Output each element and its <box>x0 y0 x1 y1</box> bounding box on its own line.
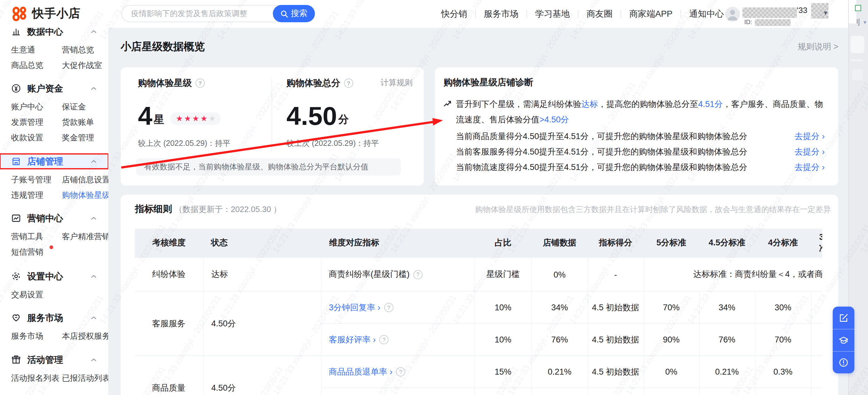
sidebar-item-authorized-services[interactable]: 本店授权服务 <box>62 331 108 342</box>
chevron-up-icon[interactable] <box>90 158 97 165</box>
sidebar-item-shopping-star-rating[interactable]: 购物体验星级 <box>62 190 108 201</box>
indicator-link[interactable]: 3分钟回复率 › <box>329 302 380 313</box>
sidebar-item-shop-management[interactable]: 店铺管理 <box>0 154 108 169</box>
improve-score-link[interactable]: 去提分 › <box>795 146 825 157</box>
sidebar-item-account-center[interactable]: 账户中心 <box>11 101 62 112</box>
app-logo[interactable]: 快手小店 <box>11 6 81 22</box>
help-icon[interactable] <box>195 78 205 88</box>
edit-icon <box>838 312 849 323</box>
diagnosis-row-product-quality: 当前商品质量得分4.50提升至4.51分，可提升您的购物体验星级和购物体验总分 … <box>456 129 825 144</box>
cell-standard-4-5: 8.1% <box>699 388 755 395</box>
section-items: 账户中心 保证金 发票管理 货款账单 收款设置 奖金管理 <box>0 96 108 143</box>
cell-status: 4.50分 <box>203 292 321 356</box>
sidebar-item-joined-activity-list[interactable]: 已报活动列表 <box>62 373 108 384</box>
sidebar-item-bonus[interactable]: 奖金管理 <box>62 132 108 143</box>
sidebar-item-service-market[interactable]: 服务市场 <box>11 331 62 342</box>
chevron-up-icon[interactable] <box>90 273 97 280</box>
user-id-prefix: ID: <box>744 19 752 25</box>
sidebar-item-service-market-section[interactable]: 服务市场 <box>0 310 108 325</box>
chevron-down-icon[interactable]: ▼ <box>823 10 828 16</box>
help-alert-button[interactable] <box>833 351 855 373</box>
graduation-cap-icon <box>838 335 849 345</box>
total-score-label: 购物体验总分 <box>286 77 340 89</box>
sidebar-item-marketing-overview[interactable]: 营销总览 <box>62 44 108 56</box>
sidebar-item-invoice[interactable]: 发票管理 <box>11 117 62 128</box>
sidebar-item-settings-center[interactable]: 设置中心 <box>0 269 108 284</box>
section-items: 子账号管理 店铺信息设置 违规管理 购物体验星级 <box>0 169 108 201</box>
clipped-panel <box>851 36 864 53</box>
metrics-card: 指标细则 （数据更新于：2022.05.30 ） 购物体验星级所使用数据包含三方… <box>121 195 838 395</box>
sidebar-item-product-overview[interactable]: 商品总览 <box>11 60 62 71</box>
chevron-up-icon[interactable] <box>90 85 97 92</box>
sidebar-item-sms-marketing[interactable]: 短信营销 <box>11 246 62 258</box>
help-icon[interactable] <box>396 367 406 376</box>
cell-standard-4: 0.3% <box>755 356 811 388</box>
improve-score-link[interactable]: 去提分 › <box>795 131 825 142</box>
metrics-title: 指标细则 <box>135 203 172 215</box>
cell-standard-4-5: 76% <box>699 324 755 356</box>
cell-standard-4-5: 34% <box>699 292 755 324</box>
main-content: 小店星级数据概览 规则说明 > 计算规则 购物体验星级 4 星 <box>108 28 848 395</box>
gear-icon <box>11 271 21 281</box>
sidebar-item-shop-info[interactable]: 店铺信息设置 <box>62 174 108 186</box>
calc-rule-link[interactable]: 计算规则 <box>380 77 413 89</box>
chevron-up-icon[interactable] <box>90 356 97 363</box>
shop-icon <box>11 156 21 166</box>
sidebar-item-payment-bill[interactable]: 货款账单 <box>62 117 108 128</box>
rules-link[interactable]: 规则说明 > <box>798 41 838 52</box>
sidebar-item-data-center[interactable]: 数据中心 <box>0 28 108 39</box>
top-nav: 快分销 服务市场 学习基地 商友圈 商家端APP 通知中心 <box>433 0 732 28</box>
cell-indicator: 3分钟回复率 › <box>321 292 474 324</box>
sidebar-item-deposit[interactable]: 保证金 <box>62 101 108 112</box>
chevron-up-icon[interactable] <box>90 28 97 35</box>
star-overview-card: 计算规则 购物体验星级 4 星 较上次 ( <box>121 67 424 186</box>
cell-indicator: 商品品质退单率 › <box>321 356 474 388</box>
improve-score-link[interactable]: 去提分 › <box>795 162 825 173</box>
total-score-block: 购物体验总分 4.50 分 较上次 (2022.05.29)：持平 <box>286 67 379 149</box>
app-header: 快手小店 搜索 快分销 服务市场 学习基地 商友圈 商家端APP 通知中心 <box>0 0 848 28</box>
section-items: 活动报名列表 已报活动列表 <box>0 367 108 384</box>
help-icon[interactable] <box>413 270 423 279</box>
cell-standard-4: 30% <box>755 292 811 324</box>
nav-item-service-market[interactable]: 服务市场 <box>476 8 526 20</box>
help-icon[interactable] <box>384 303 394 312</box>
sidebar-item-collection-settings[interactable]: 收款设置 <box>11 132 62 143</box>
cell-standard-5: 3% <box>644 388 699 395</box>
learning-course-button[interactable] <box>833 329 855 351</box>
nav-item-learning[interactable]: 学习基地 <box>527 8 578 20</box>
cell-status: 达标 <box>203 258 321 292</box>
indicator-link[interactable]: 商品品质退单率 › <box>329 366 393 377</box>
indicator-link[interactable]: 客服好评率 › <box>329 334 376 345</box>
sidebar-item-subaccount[interactable]: 子账号管理 <box>11 174 62 186</box>
feedback-edit-button[interactable] <box>833 306 855 329</box>
nav-item-merchant-app[interactable]: 商家端APP <box>621 8 681 20</box>
sidebar-section-shop-management: 店铺管理 子账号管理 店铺信息设置 违规管理 购物体验星级 <box>0 154 108 201</box>
sidebar-item-activity-signup-list[interactable]: 活动报名列表 <box>11 373 62 384</box>
sidebar-item-customer-precision-marketing[interactable]: 客户精准营销 <box>62 231 108 242</box>
sidebar-item-business-pass[interactable]: 生意通 <box>11 44 62 56</box>
help-icon[interactable] <box>344 78 353 88</box>
sidebar-item-account-funds[interactable]: 账户资金 <box>0 81 108 96</box>
kuaishou-logo-icon <box>11 6 27 22</box>
chevron-up-icon[interactable] <box>90 314 97 321</box>
search-button[interactable]: 搜索 <box>273 5 315 22</box>
nav-item-notifications[interactable]: 通知中心 <box>681 8 732 20</box>
user-account[interactable]: '33 ID: ▼ <box>725 2 830 26</box>
page-header: 小店星级数据概览 规则说明 > <box>121 39 838 54</box>
sidebar-item-marketing-tools[interactable]: 营销工具 <box>11 231 62 242</box>
help-icon[interactable] <box>379 335 389 344</box>
clipped-divider <box>851 59 863 61</box>
sidebar-item-trade-settings[interactable]: 交易设置 <box>11 289 62 300</box>
sidebar-item-violation[interactable]: 违规管理 <box>11 190 62 201</box>
metrics-table: 考核维度 状态 维度对应指标 占比 店铺数据 指标得分 5分标准 4.5分标准 … <box>135 229 822 395</box>
summary-link-compliant[interactable]: 达标 <box>581 100 598 109</box>
sidebar-item-promo-war-room[interactable]: 大促作战室 <box>62 60 108 71</box>
cell-status: 4.50分 <box>203 356 321 395</box>
chevron-up-icon[interactable] <box>90 215 97 222</box>
sidebar-item-activity-management[interactable]: 活动管理 <box>0 352 108 367</box>
sidebar-item-marketing-center[interactable]: 营销中心 <box>0 211 108 226</box>
col-standard-3: 3分标准 <box>811 229 822 258</box>
masked-user-id <box>755 19 790 26</box>
nav-item-distribution[interactable]: 快分销 <box>433 8 475 20</box>
nav-item-merchant-circle[interactable]: 商友圈 <box>579 8 621 20</box>
